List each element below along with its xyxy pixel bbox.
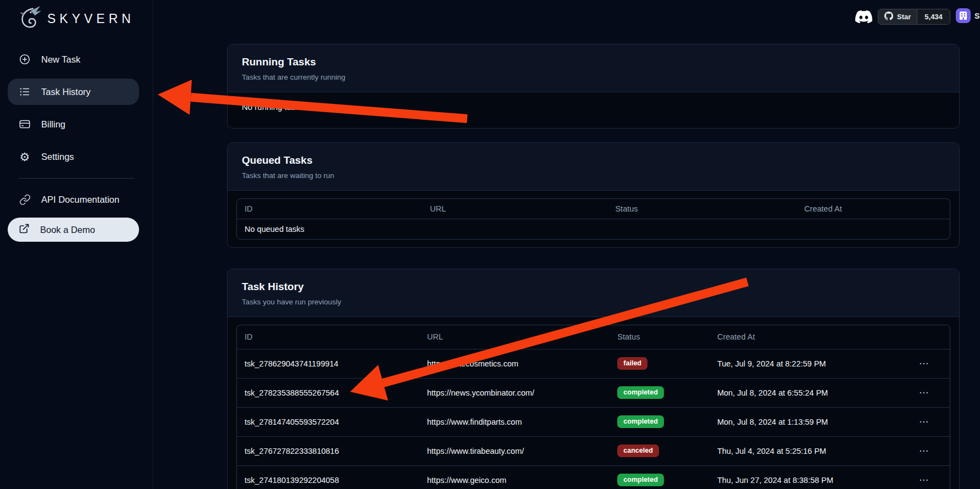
plus-circle-icon (19, 53, 31, 65)
column-header-url: URL (419, 325, 610, 349)
running-tasks-header: Running Tasks Tasks that are currently r… (228, 45, 959, 92)
sidebar-item-api-documentation[interactable]: API Documentation (8, 186, 139, 213)
status-badge: failed (617, 357, 647, 370)
sidebar-nav: New Task Task History Billing ⚙ Settings (8, 46, 139, 170)
sidebar-item-task-history[interactable]: Task History (8, 79, 139, 105)
link-icon (19, 193, 31, 205)
queued-tasks-card: Queued Tasks Tasks that are waiting to r… (227, 142, 960, 248)
table-row[interactable]: tsk_278235388555267564 https://news.ycom… (237, 378, 950, 407)
task-id-cell: tsk_276727822333810816 (237, 436, 419, 465)
task-id-cell: tsk_278235388555267564 (237, 378, 419, 407)
table-row[interactable]: tsk_276727822333810816 https://www.tirab… (237, 436, 950, 465)
card-title: Task History (242, 281, 945, 293)
sidebar-secondary-nav: API Documentation (8, 186, 139, 213)
sidebar-item-label: API Documentation (41, 195, 119, 205)
task-history-header: Task History Tasks you have run previous… (228, 269, 959, 317)
queued-tasks-table: ID URL Status Created At No queued tasks (236, 198, 950, 240)
card-subtitle: Tasks that are waiting to run (242, 171, 945, 180)
sidebar-item-label: Task History (41, 87, 91, 97)
ellipsis-icon[interactable]: ⋯ (919, 387, 929, 398)
task-id-cell: tsk_278629043741199914 (237, 349, 419, 378)
task-url-cell: https://news.ycombinator.com/ (419, 378, 610, 407)
sidebar-item-settings[interactable]: ⚙ Settings (8, 143, 139, 170)
ellipsis-icon[interactable]: ⋯ (919, 416, 929, 427)
sidebar-item-label: Settings (41, 152, 74, 162)
task-url-cell: https://www.tirabeauty.com/ (419, 436, 610, 465)
task-created-cell: Mon, Jul 8, 2024 at 6:55:24 PM (710, 378, 911, 407)
discord-icon[interactable] (855, 8, 872, 25)
running-tasks-empty-text: No running tasks (228, 92, 959, 128)
ellipsis-icon[interactable]: ⋯ (919, 358, 929, 369)
sidebar-item-billing[interactable]: Billing (8, 111, 139, 137)
github-star-label: Star (897, 13, 911, 21)
github-icon (884, 12, 893, 22)
task-url-cell: https://…tecosmetics.com (419, 349, 610, 378)
card-title: Queued Tasks (242, 154, 945, 166)
task-created-cell: Thu, Jul 4, 2024 at 5:25:16 PM (710, 436, 911, 465)
status-badge: completed (617, 386, 664, 399)
column-header-status: Status (607, 199, 796, 219)
column-header-id: ID (237, 199, 422, 219)
table-row[interactable]: tsk_274180139292204058 https://www.geico… (237, 465, 950, 489)
task-created-cell: Tue, Jul 9, 2024 at 8:22:59 PM (710, 349, 911, 378)
sidebar-divider (19, 178, 135, 179)
skyvern-dragon-icon (16, 4, 42, 33)
list-icon (19, 86, 31, 98)
book-a-demo-label: Book a Demo (40, 225, 95, 235)
column-header-created-at: Created At (710, 325, 911, 349)
column-header-created-at: Created At (796, 199, 950, 219)
sidebar-item-label: New Task (41, 54, 80, 65)
card-subtitle: Tasks you have run previously (242, 298, 945, 306)
main-content: Running Tasks Tasks that are currently r… (227, 44, 960, 489)
task-history-card: Task History Tasks you have run previous… (227, 269, 960, 489)
credit-card-icon (19, 118, 31, 130)
column-header-status: Status (610, 325, 710, 349)
status-badge: completed (617, 474, 664, 486)
column-header-actions (911, 325, 950, 349)
sidebar: SKYVERN New Task Task History Billing ⚙ … (0, 0, 153, 489)
running-tasks-card: Running Tasks Tasks that are currently r… (227, 44, 960, 129)
skyvern-logo[interactable]: SKYVERN (16, 4, 135, 33)
task-url-cell: https://www.geico.com (419, 465, 610, 489)
github-star-widget[interactable]: Star 5,434 (878, 9, 950, 25)
card-subtitle: Tasks that are currently running (242, 73, 945, 81)
org-avatar-icon[interactable] (956, 8, 971, 23)
github-star-count[interactable]: 5,434 (917, 9, 950, 24)
task-id-cell: tsk_278147405593572204 (237, 407, 419, 436)
sidebar-item-label: Billing (41, 119, 65, 130)
column-header-url: URL (422, 199, 607, 219)
status-badge: canceled (617, 444, 659, 457)
task-history-table: ID URL Status Created At tsk_27862904374… (236, 325, 950, 489)
gear-icon: ⚙ (19, 151, 31, 163)
external-link-icon (19, 223, 30, 236)
column-header-id: ID (237, 325, 419, 349)
queued-tasks-header: Queued Tasks Tasks that are waiting to r… (228, 143, 959, 191)
ellipsis-icon[interactable]: ⋯ (919, 474, 929, 486)
book-a-demo-button[interactable]: Book a Demo (8, 218, 139, 242)
queued-tasks-empty-text: No queued tasks (237, 219, 950, 239)
card-title: Running Tasks (242, 56, 945, 68)
user-menu-label[interactable]: Sk (975, 12, 980, 20)
task-id-cell: tsk_274180139292204058 (237, 465, 419, 489)
sidebar-item-new-task[interactable]: New Task (8, 46, 139, 73)
github-star-button[interactable]: Star (878, 9, 917, 24)
status-badge: completed (617, 415, 664, 428)
table-row[interactable]: tsk_278147405593572204 https://www.findi… (237, 407, 950, 436)
task-created-cell: Mon, Jul 8, 2024 at 1:13:59 PM (710, 407, 911, 436)
table-row[interactable]: tsk_278629043741199914 https://…tecosmet… (237, 349, 950, 378)
ellipsis-icon[interactable]: ⋯ (919, 445, 929, 457)
task-url-cell: https://www.finditparts.com (419, 407, 610, 436)
brand-name: SKYVERN (47, 12, 135, 26)
task-created-cell: Thu, Jun 27, 2024 at 8:38:58 PM (710, 465, 911, 489)
